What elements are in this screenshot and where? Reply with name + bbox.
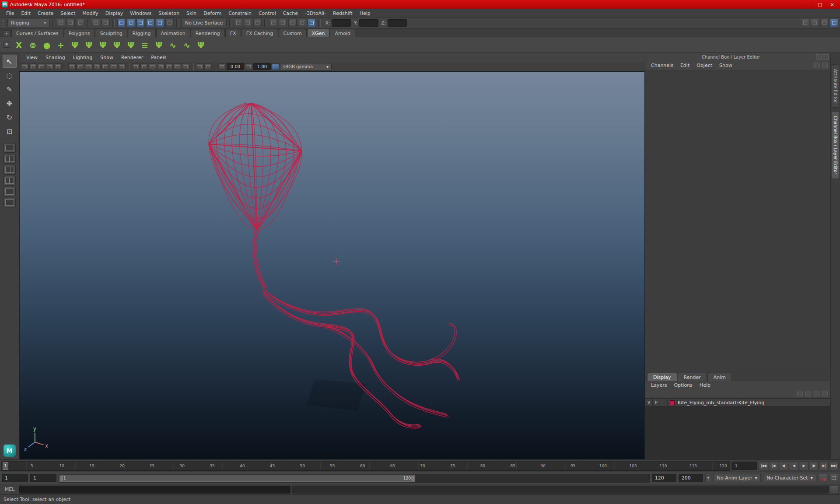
- menu-3dtoall[interactable]: -3DtoAll-: [301, 10, 329, 17]
- panel-menu-panels[interactable]: Panels: [147, 54, 170, 61]
- render-settings-icon[interactable]: [288, 19, 297, 27]
- show-attribute-editor-icon[interactable]: [811, 19, 819, 27]
- step-forward-frame-button[interactable]: ▶|: [819, 462, 829, 470]
- outputs-from-selected-icon[interactable]: [244, 19, 252, 27]
- xgen-editor-icon[interactable]: X: [12, 38, 25, 52]
- rotate-tool-button[interactable]: ↻: [3, 111, 17, 124]
- view-transform-selector[interactable]: sRGB gamma ▾: [280, 63, 332, 70]
- step-forward-key-button[interactable]: |▶: [809, 462, 819, 470]
- maximize-button[interactable]: □: [814, 0, 826, 8]
- x-coordinate-field[interactable]: [332, 19, 351, 27]
- menu-set-selector[interactable]: Rigging ▾: [7, 19, 49, 27]
- panel-menu-view[interactable]: View: [23, 54, 41, 61]
- move-tool-button[interactable]: ✥: [3, 97, 17, 110]
- layout-custom-button[interactable]: [4, 198, 16, 207]
- exposure-icon[interactable]: [218, 63, 226, 70]
- xgen-description-stack-icon[interactable]: ≡: [138, 38, 151, 52]
- use-all-lights-icon[interactable]: [157, 63, 164, 70]
- menu-help[interactable]: Help: [356, 10, 374, 17]
- menu-windows[interactable]: Windows: [126, 10, 155, 17]
- current-time-field[interactable]: 1: [732, 462, 757, 470]
- move-layer-up-icon[interactable]: [797, 391, 803, 396]
- inputs-to-selected-icon[interactable]: [234, 19, 242, 27]
- create-empty-layer-icon[interactable]: [814, 391, 819, 396]
- camera-attributes-icon[interactable]: [38, 63, 45, 70]
- show-tool-settings-icon[interactable]: [820, 19, 829, 27]
- menu-deform[interactable]: Deform: [200, 10, 225, 17]
- sidebar-layout-icon[interactable]: [830, 19, 838, 27]
- paint-select-tool-button[interactable]: ✎: [3, 83, 17, 96]
- move-layer-down-icon[interactable]: [805, 391, 811, 396]
- layout-single-pane-button[interactable]: [4, 143, 16, 153]
- tab-channel-box-layer-editor[interactable]: Channel Box / Layer Editor: [832, 111, 839, 179]
- xgen-grass-pair-icon[interactable]: Ψ: [152, 38, 165, 52]
- field-chart-icon[interactable]: [102, 63, 109, 70]
- animation-end-field[interactable]: 200: [679, 474, 703, 482]
- xgen-grass-tall-icon[interactable]: Ψ: [124, 38, 137, 52]
- redo-icon[interactable]: [102, 19, 110, 27]
- shelf-tab-rendering[interactable]: Rendering: [191, 29, 225, 37]
- shadows-icon[interactable]: [165, 63, 173, 70]
- gamma-field[interactable]: 1.00: [253, 63, 271, 70]
- panel-menu-lighting[interactable]: Lighting: [70, 54, 96, 61]
- go-to-end-button[interactable]: ▶▶|: [829, 462, 839, 470]
- cb-menu-show[interactable]: Show: [716, 62, 735, 69]
- menu-constrain[interactable]: Constrain: [225, 10, 255, 17]
- layout-persp-outliner-button[interactable]: [4, 165, 16, 175]
- create-layer-from-selected-icon[interactable]: [822, 391, 828, 396]
- isolate-select-icon[interactable]: [196, 63, 203, 70]
- snap-to-view-planes-icon[interactable]: [156, 19, 164, 27]
- image-plane-icon[interactable]: [54, 63, 62, 70]
- grid-icon[interactable]: [68, 63, 76, 70]
- menu-skeleton[interactable]: Skeleton: [155, 10, 183, 17]
- playback-end-field[interactable]: 120: [652, 474, 676, 482]
- viewport-3d[interactable]: y x z persp: [19, 71, 645, 459]
- render-view-icon[interactable]: [269, 19, 277, 27]
- undock-panel-icon[interactable]: [816, 54, 822, 60]
- menu-modify[interactable]: Modify: [79, 10, 102, 17]
- menu-skin[interactable]: Skin: [183, 10, 200, 17]
- current-frame-marker[interactable]: 1: [3, 462, 8, 470]
- undo-icon[interactable]: [92, 19, 100, 27]
- xray-icon[interactable]: [204, 63, 212, 70]
- xgen-create-description-icon[interactable]: +: [54, 38, 67, 52]
- color-management-toggle-icon[interactable]: [272, 63, 279, 70]
- new-scene-icon[interactable]: [57, 19, 65, 27]
- xgen-modifier-wave-icon[interactable]: ∿: [166, 38, 179, 52]
- channel-box-empty-area[interactable]: [645, 70, 830, 372]
- range-options-arrow-icon[interactable]: ▾: [705, 474, 711, 482]
- gamma-icon[interactable]: [245, 63, 252, 70]
- safe-title-icon[interactable]: [118, 63, 126, 70]
- hypershade-icon[interactable]: [298, 19, 306, 27]
- snap-to-grids-icon[interactable]: [117, 19, 126, 27]
- play-forwards-button[interactable]: ▶: [799, 462, 808, 470]
- select-tool-button[interactable]: ↖: [3, 55, 17, 68]
- wireframe-icon[interactable]: [132, 63, 140, 70]
- xgen-preview-sphere-icon[interactable]: ⊚: [26, 38, 39, 52]
- go-to-start-button[interactable]: |◀◀: [759, 462, 768, 470]
- playback-start-field[interactable]: 1: [30, 474, 56, 482]
- shelf-tab-animation[interactable]: Animation: [156, 29, 190, 37]
- tab-attribute-editor[interactable]: Attribute Editor: [832, 64, 839, 108]
- manipulator-mode-icon[interactable]: [814, 63, 820, 68]
- anim-layer-selector[interactable]: No Anim Layer ▾: [714, 474, 761, 482]
- exposure-field[interactable]: 0.00: [227, 63, 244, 70]
- xgen-sphere-green-icon[interactable]: ●: [40, 38, 53, 52]
- show-channel-box-icon[interactable]: [801, 19, 809, 27]
- layer-tab-display[interactable]: Display: [647, 373, 677, 381]
- animation-preferences-icon[interactable]: [830, 474, 838, 482]
- layout-two-stacked-button[interactable]: [4, 187, 16, 196]
- shelf-tab-arnold[interactable]: Arnold: [330, 29, 355, 37]
- le-menu-help[interactable]: Help: [696, 382, 714, 388]
- panel-menu-shading[interactable]: Shading: [42, 54, 69, 61]
- shelf-tab-menu-icon[interactable]: ▾: [3, 30, 10, 36]
- screen-space-ao-icon[interactable]: [174, 63, 181, 70]
- range-slider-track[interactable]: 1 120: [59, 474, 650, 483]
- menu-select[interactable]: Select: [57, 10, 79, 17]
- shelf-editor-gear-icon[interactable]: ✱: [3, 42, 10, 48]
- script-editor-icon[interactable]: [830, 485, 839, 494]
- z-coordinate-field[interactable]: [388, 19, 407, 27]
- cb-menu-channels[interactable]: Channels: [648, 62, 676, 69]
- motion-blur-icon[interactable]: [182, 63, 189, 70]
- layout-two-side-button[interactable]: [4, 176, 16, 186]
